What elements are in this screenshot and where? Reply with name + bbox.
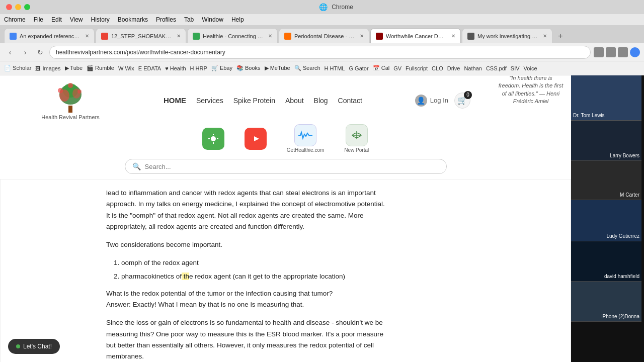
- healthie-label: GetHealthie.com: [287, 147, 324, 153]
- fullscreen-button[interactable]: [24, 4, 30, 10]
- list-item-2: pharmacokinetics of the redox agent (can…: [121, 271, 388, 282]
- extension-icon-3[interactable]: [618, 47, 628, 57]
- tabs-bar: An expanded reference ma... ✕ 12_STEP_SH…: [0, 25, 644, 43]
- bookmark-cal[interactable]: 📅 Cal: [373, 65, 390, 71]
- media-icon-youtube[interactable]: [245, 128, 267, 150]
- forward-button[interactable]: ›: [19, 46, 31, 58]
- svg-marker-9: [254, 136, 259, 141]
- sidebar-person-2-name: Larry Bowers: [610, 153, 639, 158]
- tab-5-close[interactable]: ✕: [451, 33, 455, 39]
- menu-help[interactable]: Help: [231, 16, 244, 23]
- search-box: 🔍: [125, 159, 447, 174]
- menu-tab[interactable]: Tab: [184, 16, 194, 23]
- menu-chrome[interactable]: Chrome: [4, 16, 26, 23]
- menu-bookmarks[interactable]: Bookmarks: [118, 16, 148, 23]
- tab-2-close[interactable]: ✕: [177, 33, 181, 39]
- back-button[interactable]: ‹: [4, 46, 16, 58]
- tab-2[interactable]: 12_STEP_SHOEMAKER_PRO... ✕: [96, 28, 186, 43]
- menu-view[interactable]: View: [70, 16, 83, 23]
- menu-window[interactable]: Window: [202, 16, 223, 23]
- bookmark-gator[interactable]: G Gator: [349, 65, 369, 71]
- bookmark-hrp[interactable]: H HRP: [190, 65, 207, 71]
- bookmark-tube[interactable]: ▶ Tube: [65, 65, 83, 71]
- bookmarks-bar: 📄 Scholar 🖼 Images ▶ Tube 🎬 Rumble W Wix…: [0, 61, 644, 75]
- menu-edit[interactable]: Edit: [51, 16, 62, 23]
- tab-1-close[interactable]: ✕: [85, 33, 89, 39]
- sidebar-person-3-name: M Carter: [620, 192, 639, 198]
- article-list: oomph of the redox agent pharmacokinetic…: [121, 257, 388, 282]
- bookmark-fullscript[interactable]: Fullscript: [406, 65, 428, 71]
- tab-5[interactable]: Worthwhile Cancer Docume... ✕: [370, 28, 461, 43]
- sidebar-video: Dr. Tom Lewis Larry Bowers M Carter Ludy…: [571, 75, 644, 362]
- svg-point-6: [77, 89, 82, 94]
- bookmark-metube[interactable]: ▶ MeTube: [265, 65, 290, 71]
- bookmark-drive[interactable]: Drive: [447, 65, 460, 71]
- bookmark-ebay[interactable]: 🛒 Ebay: [211, 65, 232, 71]
- bookmark-gv[interactable]: GV: [393, 65, 401, 71]
- menu-profiles[interactable]: Profiles: [156, 16, 176, 23]
- sidebar-person-4: Ludy Gutierrez: [571, 200, 641, 241]
- bookmark-siv[interactable]: SIV: [511, 65, 520, 71]
- svg-point-5: [58, 88, 63, 93]
- logo-area[interactable]: Health Revival Partners: [30, 80, 111, 120]
- url-bar[interactable]: healthrevivalpartners.com/post/worthwhil…: [49, 46, 591, 59]
- titlebar-app-name: 🌐 Chrome: [34, 3, 638, 11]
- chat-button[interactable]: Let's Chat!: [8, 339, 60, 354]
- logo-tree-icon: [50, 80, 91, 113]
- profile-icon[interactable]: [630, 47, 640, 57]
- bookmark-images[interactable]: 🖼 Images: [35, 65, 60, 71]
- cart-button[interactable]: 🛒 0: [454, 93, 470, 109]
- reload-button[interactable]: ↻: [34, 46, 46, 58]
- bookmark-nathan[interactable]: Nathan: [464, 65, 481, 71]
- close-button[interactable]: [6, 4, 12, 10]
- sidebar-person-5-name: david harshfield: [604, 274, 639, 279]
- url-text: healthrevivalpartners.com/post/worthwhil…: [56, 49, 225, 56]
- tab-4-close[interactable]: ✕: [360, 33, 364, 39]
- bookmark-rumble[interactable]: 🎬 Rumble: [87, 65, 114, 71]
- minimize-button[interactable]: [15, 4, 21, 10]
- login-area[interactable]: 👤 Log In: [415, 95, 448, 107]
- sidebar-person-2: Larry Bowers: [571, 121, 641, 161]
- bookmark-health[interactable]: ♥ Health: [165, 65, 186, 71]
- bookmark-html[interactable]: H HTML: [325, 65, 345, 71]
- tab-1[interactable]: An expanded reference ma... ✕: [4, 28, 95, 43]
- bookmark-voice[interactable]: Voice: [524, 65, 537, 71]
- nav-spike-protein[interactable]: Spike Protein: [233, 94, 275, 107]
- bookmark-edata[interactable]: E EDATA: [138, 65, 161, 71]
- tab-3[interactable]: Healthie - Connecting Provi... ✕: [187, 28, 278, 43]
- media-icon-portal[interactable]: New Portal: [344, 124, 369, 153]
- bookmark-wix[interactable]: W Wix: [118, 65, 134, 71]
- search-input[interactable]: [145, 163, 439, 170]
- tab-6-close[interactable]: ✕: [543, 33, 547, 39]
- healthie-icon: [294, 124, 316, 146]
- media-icon-green[interactable]: [202, 128, 224, 150]
- bookmark-clo[interactable]: CLO: [432, 65, 443, 71]
- search-row: 🔍: [10, 155, 561, 179]
- nav-contact[interactable]: Contact: [338, 94, 362, 107]
- nav-home[interactable]: HOME: [164, 94, 186, 107]
- sidebar-person-1: Dr. Tom Lewis: [571, 75, 641, 121]
- media-icon-healthie[interactable]: GetHealthie.com: [287, 124, 324, 153]
- tab-4[interactable]: Periodontal Disease - Learn... ✕: [279, 28, 369, 43]
- tab-6-favicon: [467, 33, 474, 40]
- tab-3-close[interactable]: ✕: [268, 33, 272, 39]
- new-tab-button[interactable]: +: [553, 29, 568, 43]
- nav-blog[interactable]: Blog: [314, 94, 328, 107]
- menu-history[interactable]: History: [91, 16, 110, 23]
- bookmark-books[interactable]: 📚 Books: [236, 65, 261, 71]
- portal-icon: [346, 124, 368, 146]
- bookmark-search[interactable]: 🔍 Search: [294, 65, 320, 71]
- extension-icon-1[interactable]: [594, 47, 604, 57]
- logo-text: Health Revival Partners: [41, 114, 100, 120]
- bookmark-csspdf[interactable]: CSS.pdf: [486, 65, 507, 71]
- nav-services[interactable]: Services: [196, 94, 223, 107]
- bookmark-scholar[interactable]: 📄 Scholar: [4, 65, 31, 71]
- podcast-icon: [202, 128, 224, 150]
- menu-file[interactable]: File: [34, 16, 43, 23]
- quote-text: "In health there is freedom. Health is t…: [499, 75, 563, 104]
- tab-4-title: Periodontal Disease - Learn...: [294, 33, 355, 39]
- nav-about[interactable]: About: [285, 94, 304, 107]
- tab-6[interactable]: My work investigating the li... ✕: [462, 28, 552, 43]
- sidebar-person-3: M Carter: [571, 161, 641, 200]
- extension-icon-2[interactable]: [606, 47, 616, 57]
